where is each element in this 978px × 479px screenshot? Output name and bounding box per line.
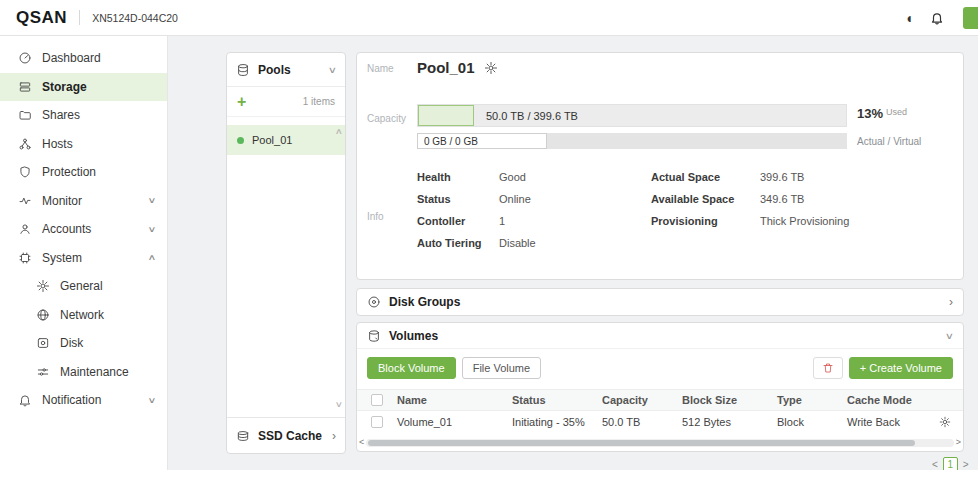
virtual-text-box: 0 GB / 0 GB xyxy=(417,133,547,149)
sidebar-item-accounts[interactable]: Accounts ∨ xyxy=(0,215,167,244)
select-all-checkbox[interactable] xyxy=(371,394,383,406)
sliders-icon xyxy=(36,365,50,379)
chevron-right-icon: › xyxy=(332,429,336,443)
bell-icon xyxy=(18,393,32,407)
cell-capacity: 50.0 TB xyxy=(602,416,682,428)
info-label: Auto Tiering xyxy=(417,237,482,249)
info-value: Good xyxy=(499,171,526,183)
volumes-card: Volumes ∨ Block Volume File Volume + Cre… xyxy=(356,322,964,452)
capacity-bar: 50.0 TB / 399.6 TB xyxy=(417,104,847,127)
sidebar-item-label: Protection xyxy=(42,165,96,179)
sidebar-item-general[interactable]: General xyxy=(0,272,167,301)
sidebar-item-protection[interactable]: Protection xyxy=(0,158,167,187)
col-capacity: Capacity xyxy=(602,394,682,406)
edge-panel-button[interactable] xyxy=(963,7,978,29)
scrollbar-track[interactable] xyxy=(366,439,953,447)
scroll-down-icon[interactable]: ∨ xyxy=(335,400,343,409)
scroll-up-icon[interactable]: ∧ xyxy=(335,127,343,136)
storage-icon xyxy=(18,80,32,94)
info-label: Available Space xyxy=(651,193,734,205)
sidebar-item-notification[interactable]: Notification ∨ xyxy=(0,386,167,415)
row-gear-icon[interactable] xyxy=(939,416,951,428)
pools-count: 1 items xyxy=(303,96,335,107)
horizontal-scrollbar: < > xyxy=(359,437,961,448)
virtual-bar: 0 GB / 0 GB xyxy=(417,133,847,149)
sidebar-item-system[interactable]: System ∧ xyxy=(0,244,167,273)
pools-toolbar: + 1 items xyxy=(227,87,345,117)
sidebar-item-label: Maintenance xyxy=(60,365,129,379)
sidebar-item-monitor[interactable]: Monitor ∨ xyxy=(0,187,167,216)
col-type: Type xyxy=(777,394,847,406)
trash-icon xyxy=(822,362,834,374)
sidebar-item-storage[interactable]: Storage xyxy=(0,73,167,102)
sidebar-item-disk[interactable]: Disk xyxy=(0,329,167,358)
name-gutter-label: Name xyxy=(367,63,394,74)
delete-volume-button[interactable] xyxy=(813,357,843,379)
sidebar-item-maintenance[interactable]: Maintenance xyxy=(0,358,167,387)
disk-groups-icon xyxy=(367,295,381,309)
ssd-cache-row[interactable]: SSD Cache › xyxy=(227,417,345,453)
volumes-header[interactable]: Volumes ∨ xyxy=(357,323,963,349)
capacity-percent: 13% Used xyxy=(857,106,907,121)
info-value: Thick Provisioning xyxy=(760,215,849,227)
sidebar-item-label: Accounts xyxy=(42,222,91,236)
gear-icon xyxy=(36,279,50,293)
scroll-right-icon[interactable]: > xyxy=(956,438,961,447)
file-volume-tab[interactable]: File Volume xyxy=(462,357,541,379)
info-value: Online xyxy=(499,193,531,205)
col-status: Status xyxy=(512,394,602,406)
scrollbar-thumb[interactable] xyxy=(368,440,914,446)
create-volume-button[interactable]: + Create Volume xyxy=(849,357,953,379)
cell-type: Block xyxy=(777,416,847,428)
info-label: Actual Space xyxy=(651,171,720,183)
app-root: QSAN XN5124D-044C20 ◐ Dashboard Storage … xyxy=(0,0,978,479)
theme-icon[interactable]: ◐ xyxy=(907,10,915,26)
page-next-icon[interactable]: > xyxy=(963,459,969,470)
add-pool-button[interactable]: + xyxy=(237,94,246,110)
chevron-down-icon[interactable]: ∨ xyxy=(328,65,337,75)
capacity-percent-value: 13% xyxy=(857,106,883,121)
sidebar-item-shares[interactable]: Shares xyxy=(0,101,167,130)
chevron-down-icon: ∨ xyxy=(148,196,157,205)
pool-detail-card: Name Pool_01 Capacity 50.0 TB / 399.6 TB… xyxy=(356,52,964,280)
chevron-right-icon[interactable]: › xyxy=(949,295,953,309)
sidebar-item-dashboard[interactable]: Dashboard xyxy=(0,44,167,73)
sidebar-item-hosts[interactable]: Hosts xyxy=(0,130,167,159)
pool-name-row: Pool_01 xyxy=(417,59,498,76)
sidebar-item-label: Storage xyxy=(42,80,87,94)
page-prev-icon[interactable]: < xyxy=(932,459,938,470)
sidebar: Dashboard Storage Shares Hosts Protectio… xyxy=(0,36,168,470)
row-checkbox[interactable] xyxy=(371,416,383,428)
capacity-used-label: Used xyxy=(886,106,907,117)
disk-groups-card[interactable]: Disk Groups › xyxy=(356,288,964,316)
sidebar-item-label: Monitor xyxy=(42,194,82,208)
topbar-divider xyxy=(79,10,80,25)
sidebar-item-label: General xyxy=(60,279,103,293)
topbar: QSAN XN5124D-044C20 ◐ xyxy=(0,0,978,36)
notification-bell-icon[interactable] xyxy=(930,11,944,25)
volumes-toolbar: Block Volume File Volume + Create Volume xyxy=(367,357,953,379)
cell-name: Volume_01 xyxy=(397,416,512,428)
volume-table-row[interactable]: Volume_01 Initiating - 35% 50.0 TB 512 B… xyxy=(357,411,963,433)
bottom-strip xyxy=(0,470,978,479)
chevron-down-icon[interactable]: ∨ xyxy=(945,331,954,341)
pools-title: Pools xyxy=(258,63,291,77)
pool-cylinder-icon xyxy=(236,63,250,77)
pool-detail-title: Pool_01 xyxy=(417,59,475,76)
scroll-left-icon[interactable]: < xyxy=(359,438,364,447)
info-value: 399.6 TB xyxy=(760,171,804,183)
shares-icon xyxy=(18,108,32,122)
sidebar-item-network[interactable]: Network xyxy=(0,301,167,330)
disk-icon xyxy=(36,336,50,350)
sidebar-item-label: Shares xyxy=(42,108,80,122)
col-cache-mode: Cache Mode xyxy=(847,394,935,406)
pool-list-item[interactable]: Pool_01 xyxy=(227,125,345,155)
pools-header[interactable]: Pools ∨ xyxy=(227,53,345,87)
info-value: 349.6 TB xyxy=(760,193,804,205)
pool-settings-gear-icon[interactable] xyxy=(484,61,498,75)
monitor-pulse-icon xyxy=(18,194,32,208)
cell-block-size: 512 Bytes xyxy=(682,416,777,428)
volumes-title: Volumes xyxy=(389,329,438,343)
block-volume-tab[interactable]: Block Volume xyxy=(367,357,456,379)
ssd-cache-icon xyxy=(236,429,250,443)
